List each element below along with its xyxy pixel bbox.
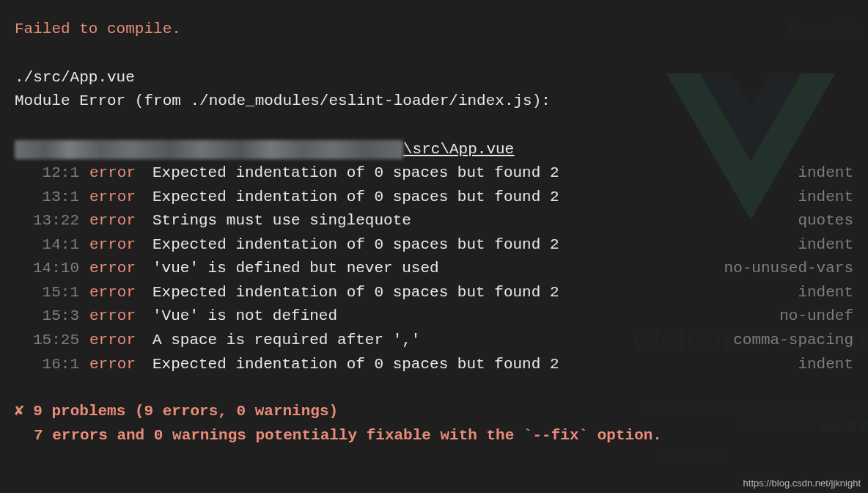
error-message: Expected indentation of 0 spaces but fou… <box>147 186 784 210</box>
eslint-rule: comma-spacing <box>720 329 853 353</box>
error-message: 'Vue' is not defined <box>147 304 766 329</box>
error-location: 15:25 <box>15 329 79 353</box>
error-severity: error <box>79 353 147 377</box>
error-file-path: ./src/App.vue <box>15 66 853 90</box>
error-severity: error <box>79 329 147 353</box>
eslint-error-row: 12:1errorExpected indentation of 0 space… <box>15 161 853 186</box>
eslint-error-row: 13:1errorExpected indentation of 0 space… <box>15 186 853 210</box>
source-path-line: \src\App.vue <box>15 138 853 162</box>
fixable-summary: 7 errors and 0 warnings potentially fixa… <box>15 424 853 448</box>
error-message: 'vue' is defined but never used <box>147 257 711 281</box>
error-severity: error <box>79 233 147 258</box>
eslint-error-list: 12:1errorExpected indentation of 0 space… <box>15 161 853 376</box>
error-location: 12:1 <box>15 161 79 186</box>
module-error-line: Module Error (from ./node_modules/eslint… <box>15 90 853 114</box>
eslint-error-row: 13:22errorStrings must use singlequotequ… <box>15 209 853 233</box>
compile-error-title: Failed to compile. <box>15 18 853 42</box>
error-severity: error <box>79 209 147 233</box>
error-message: A space is required after ',' <box>147 329 720 353</box>
eslint-rule: no-unused-vars <box>711 257 853 281</box>
error-severity: error <box>79 161 147 186</box>
eslint-rule: no-undef <box>766 304 853 329</box>
eslint-rule: indent <box>784 161 853 186</box>
problems-summary: ✘ 9 problems (9 errors, 0 warnings) <box>15 400 853 424</box>
watermark-text: https://blog.csdn.net/jjknight <box>743 478 861 489</box>
error-location: 15:3 <box>15 304 79 329</box>
error-location: 16:1 <box>15 353 79 377</box>
eslint-error-row: 14:10error'vue' is defined but never use… <box>15 257 853 281</box>
eslint-rule: quotes <box>784 209 853 233</box>
eslint-error-row: 16:1errorExpected indentation of 0 space… <box>15 353 853 377</box>
eslint-rule: indent <box>784 186 853 210</box>
eslint-rule: indent <box>784 281 853 305</box>
error-severity: error <box>79 281 147 305</box>
eslint-error-row: 15:25errorA space is required after ','c… <box>15 329 853 353</box>
eslint-error-row: 14:1errorExpected indentation of 0 space… <box>15 233 853 258</box>
error-message: Expected indentation of 0 spaces but fou… <box>147 353 784 377</box>
error-location: 14:1 <box>15 233 79 258</box>
error-message: Expected indentation of 0 spaces but fou… <box>147 233 784 258</box>
error-message: Expected indentation of 0 spaces but fou… <box>147 161 784 186</box>
error-location: 14:10 <box>15 257 79 281</box>
source-path-suffix: \src\App.vue <box>403 138 514 162</box>
error-x-icon: ✘ <box>15 403 24 420</box>
eslint-rule: indent <box>784 233 853 258</box>
error-severity: error <box>79 186 147 210</box>
error-location: 13:22 <box>15 209 79 233</box>
error-overlay: Failed to compile. ./src/App.vue Module … <box>0 0 868 493</box>
eslint-error-row: 15:1errorExpected indentation of 0 space… <box>15 281 853 305</box>
eslint-rule: indent <box>784 353 853 377</box>
error-severity: error <box>79 304 147 329</box>
error-message: Expected indentation of 0 spaces but fou… <box>147 281 784 305</box>
problems-count: 9 problems (9 errors, 0 warnings) <box>33 403 338 420</box>
error-location: 15:1 <box>15 281 79 305</box>
error-message: Strings must use singlequote <box>147 209 784 233</box>
eslint-error-row: 15:3error'Vue' is not definedno-undef <box>15 304 853 329</box>
error-severity: error <box>79 257 147 281</box>
error-location: 13:1 <box>15 186 79 210</box>
redacted-path <box>15 140 403 159</box>
